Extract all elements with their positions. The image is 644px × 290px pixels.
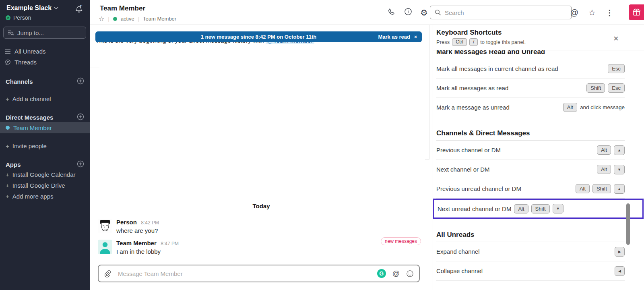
key-badge-arrow-left: ◀ bbox=[615, 266, 625, 276]
key-badge-ctrl: Ctrl bbox=[452, 38, 467, 46]
sidebar-item-add-a-channel[interactable]: + Add a channel bbox=[6, 95, 51, 102]
gift-button[interactable] bbox=[629, 4, 644, 20]
top-bar: Team Member ☆ | active | Team Member ⚙ bbox=[90, 0, 644, 25]
jump-search-icon bbox=[8, 30, 14, 35]
key-badge-arrow-up: ▲ bbox=[614, 145, 625, 155]
message-text: where are you? bbox=[116, 227, 159, 234]
divider: | bbox=[108, 16, 109, 22]
message-text: I am in the lobby bbox=[116, 248, 179, 255]
unread-dm-dot-icon bbox=[6, 126, 10, 130]
search-icon bbox=[435, 9, 441, 16]
starred-items-icon[interactable]: ☆ bbox=[588, 8, 596, 17]
sidebar-item-install-google-drive[interactable]: + Install Google Drive bbox=[6, 182, 65, 189]
shortcut-label: Expand channel bbox=[436, 248, 612, 255]
all-unreads-icon bbox=[5, 49, 11, 54]
shortcut-label: Mark all messages as read bbox=[436, 85, 584, 91]
panel-subtitle-suffix: to toggle this panel. bbox=[480, 39, 526, 45]
install-google-calendar-label: Install Google Calendar bbox=[12, 171, 76, 178]
avatar-team-member[interactable] bbox=[98, 240, 112, 254]
key-badge: Alt bbox=[563, 103, 577, 112]
shortcut-row: Previous channel or DM Alt ▲ bbox=[436, 141, 625, 160]
key-badge: Esc bbox=[608, 64, 625, 73]
sidebar-item-team-member-dm[interactable]: Team Member bbox=[0, 122, 90, 133]
shortcut-label: Next channel or DM bbox=[436, 166, 594, 173]
grammarly-icon[interactable]: G bbox=[377, 269, 386, 278]
status-label: active bbox=[121, 16, 134, 22]
presence-snooze-dot-icon: z bbox=[6, 15, 10, 20]
panel-header: Keyboard Shortcuts Press Ctrl / to toggl… bbox=[433, 25, 644, 50]
new-message-banner: 1 new message since 8:42 PM on October 1… bbox=[95, 31, 422, 42]
user-presence[interactable]: z Person bbox=[6, 14, 31, 21]
key-badge: Alt bbox=[576, 184, 590, 193]
header-right-icons: @ ☆ ⋮ bbox=[570, 0, 613, 25]
all-unreads-label: All Unreads bbox=[14, 48, 46, 55]
shortcut-label: Previous unread channel or DM bbox=[436, 185, 573, 192]
add-app-plus-circle-icon[interactable] bbox=[77, 160, 84, 169]
mark-as-read-button[interactable]: Mark as read bbox=[378, 34, 410, 40]
plus-icon: + bbox=[6, 171, 9, 178]
panel-scrollbar-thumb[interactable] bbox=[626, 203, 630, 245]
message-author[interactable]: Person bbox=[116, 219, 137, 226]
date-divider: Today bbox=[90, 203, 433, 209]
kebab-menu-icon[interactable]: ⋮ bbox=[606, 8, 613, 17]
banner-actions: Mark as read × bbox=[378, 31, 417, 42]
shortcut-row: Previous unread channel or DM Alt Shift … bbox=[436, 179, 625, 199]
avatar-person[interactable] bbox=[98, 219, 112, 233]
message-row: Team Member 8:47 PM I am in the lobby bbox=[98, 240, 179, 255]
svg-text:z: z bbox=[81, 5, 83, 6]
key-badge-arrow-up: ▲ bbox=[614, 184, 625, 194]
workspace-menu[interactable]: Example Slack bbox=[6, 4, 58, 12]
attach-paperclip-icon[interactable] bbox=[104, 270, 111, 278]
banner-text: 1 new message since 8:42 PM on October 1… bbox=[95, 31, 422, 42]
add-a-channel-label: Add a channel bbox=[12, 95, 51, 102]
message-timestamp[interactable]: 8:47 PM bbox=[161, 241, 179, 246]
dm-team-member-label: Team Member bbox=[13, 124, 52, 131]
message-input[interactable]: Message Team Member G @ bbox=[98, 265, 420, 282]
emoji-smiley-icon[interactable] bbox=[406, 270, 414, 278]
chevron-down-icon bbox=[54, 6, 58, 10]
message-timestamp[interactable]: 8:42 PM bbox=[141, 220, 159, 226]
key-badge: Shift bbox=[531, 204, 550, 213]
threads-label: Threads bbox=[14, 59, 37, 66]
close-icon[interactable]: × bbox=[613, 34, 619, 43]
invite-people-label: Invite people bbox=[12, 143, 47, 149]
key-badge: Alt bbox=[514, 204, 528, 213]
mentions-at-icon[interactable]: @ bbox=[570, 8, 578, 17]
jump-to-input[interactable]: Jump to... bbox=[3, 27, 86, 39]
shortcut-row: Collapse channel ◀ bbox=[436, 261, 625, 281]
apps-header-label: Apps bbox=[6, 161, 21, 168]
mention-at-icon[interactable]: @ bbox=[392, 269, 400, 278]
panel-body: Mark Messages Read and Unread Mark all m… bbox=[433, 50, 644, 290]
chat-scrollbar-tick bbox=[425, 159, 429, 160]
search-input[interactable]: Search bbox=[430, 6, 572, 19]
apps-section-header: Apps bbox=[6, 160, 84, 169]
divider bbox=[90, 68, 99, 68]
search-placeholder: Search bbox=[445, 9, 464, 16]
chat-scrollbar[interactable] bbox=[429, 25, 429, 159]
header-action-icons: ⚙ bbox=[388, 0, 428, 25]
key-badge: Shift bbox=[592, 184, 611, 193]
sidebar-item-add-more-apps[interactable]: + Add more apps bbox=[6, 193, 54, 200]
gear-icon[interactable]: ⚙ bbox=[420, 8, 428, 17]
sidebar-item-invite-people[interactable]: + Invite people bbox=[6, 143, 47, 149]
key-badge: Esc bbox=[608, 83, 625, 93]
shortcut-suffix: and click message bbox=[580, 104, 625, 110]
sidebar-item-threads[interactable]: Threads bbox=[5, 59, 37, 66]
info-icon[interactable] bbox=[404, 8, 412, 17]
new-messages-badge: new messages bbox=[381, 237, 421, 245]
panel-subtitle: Press Ctrl / to toggle this panel. bbox=[436, 38, 644, 46]
banner-close-icon[interactable]: × bbox=[414, 34, 417, 40]
notifications-snoozed-bell-icon[interactable]: z z bbox=[75, 5, 83, 15]
add-channel-plus-circle-icon[interactable] bbox=[77, 77, 84, 86]
call-phone-icon[interactable] bbox=[388, 8, 396, 18]
favorite-star-icon[interactable]: ☆ bbox=[99, 15, 104, 23]
sidebar-item-install-google-calendar[interactable]: + Install Google Calendar bbox=[6, 171, 76, 178]
key-badge-arrow-down: ▼ bbox=[614, 165, 625, 174]
sidebar-item-all-unreads[interactable]: All Unreads bbox=[5, 48, 46, 55]
message-author[interactable]: Team Member bbox=[116, 240, 157, 246]
key-badge: Shift bbox=[586, 83, 605, 93]
subtitle-name[interactable]: Team Member bbox=[143, 16, 176, 22]
add-dm-plus-circle-icon[interactable] bbox=[77, 113, 84, 122]
conversation-title: Team Member bbox=[100, 4, 145, 12]
sidebar: Example Slack z z z Person Jump to... bbox=[0, 0, 90, 290]
